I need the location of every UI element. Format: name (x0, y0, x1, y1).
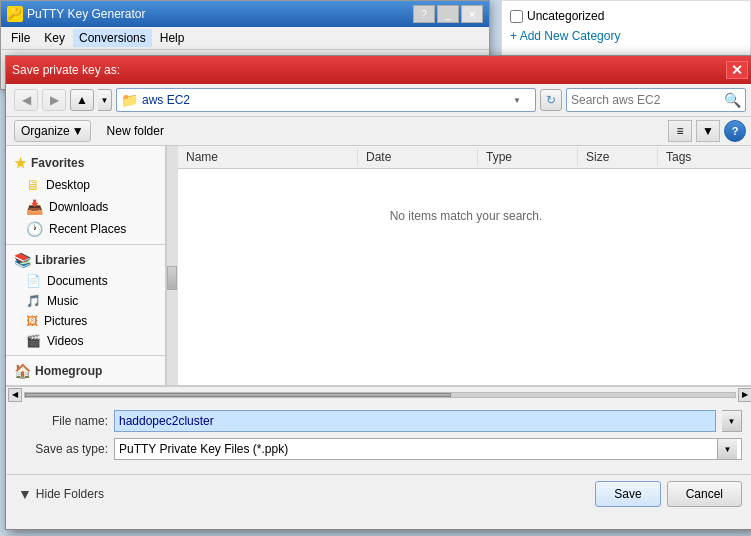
filetype-dropdown-arrow: ▼ (717, 439, 737, 459)
filename-label: File name: (18, 414, 108, 428)
downloads-label: Downloads (49, 200, 108, 214)
refresh-button[interactable]: ↻ (540, 89, 562, 111)
view-dropdown-button[interactable]: ▼ (696, 120, 720, 142)
star-icon: ★ (14, 155, 27, 171)
path-toolbar: ◀ ▶ ▲ ▼ 📁 aws EC2 ▼ ↻ 🔍 (6, 84, 751, 117)
sidebar-item-pictures[interactable]: 🖼 Pictures (6, 311, 165, 331)
filetype-select[interactable]: PuTTY Private Key Files (*.ppk) ▼ (114, 438, 742, 460)
filetype-value: PuTTY Private Key Files (*.ppk) (119, 442, 717, 456)
hscroll-track[interactable] (24, 392, 736, 398)
forward-button[interactable]: ▶ (42, 89, 66, 111)
pictures-label: Pictures (44, 314, 87, 328)
path-text: aws EC2 (142, 93, 509, 107)
sidebar-item-documents[interactable]: 📄 Documents (6, 271, 165, 291)
documents-icon: 📄 (26, 274, 41, 288)
documents-label: Documents (47, 274, 108, 288)
sidebar-divider-1 (6, 244, 165, 245)
no-items-message: No items match your search. (178, 169, 751, 263)
bg-close-button[interactable]: ✕ (461, 5, 483, 23)
filename-input[interactable] (114, 410, 716, 432)
hscroll-left-arrow[interactable]: ◀ (8, 388, 22, 402)
sidebar-item-downloads[interactable]: 📥 Downloads (6, 196, 165, 218)
desktop-folder-icon: 🖥 (26, 177, 40, 193)
view-dropdown-icon: ▼ (702, 124, 714, 138)
homegroup-label: Homegroup (35, 364, 102, 378)
menu-file[interactable]: File (5, 29, 36, 47)
col-date[interactable]: Date (358, 148, 478, 166)
bg-titlebar-buttons: ? _ ✕ (413, 5, 483, 23)
organize-arrow: ▼ (72, 124, 84, 138)
filetype-row: Save as type: PuTTY Private Key Files (*… (18, 438, 742, 460)
col-name[interactable]: Name (178, 148, 358, 166)
music-icon: 🎵 (26, 294, 41, 308)
toolbar2-right: ≡ ▼ ? (668, 120, 746, 142)
search-bar: 🔍 (566, 88, 746, 112)
col-type[interactable]: Type (478, 148, 578, 166)
filename-row: File name: ▼ (18, 410, 742, 432)
path-folder-icon: 📁 (121, 92, 138, 108)
path-dropdown-btn[interactable]: ▼ (513, 96, 531, 105)
sidebar-divider-2 (6, 355, 165, 356)
filename-dropdown-btn[interactable]: ▼ (722, 410, 742, 432)
search-input[interactable] (571, 93, 724, 107)
organize-button[interactable]: Organize ▼ (14, 120, 91, 142)
libraries-section: 📚 Libraries 📄 Documents 🎵 Music 🖼 Pictur… (6, 249, 165, 351)
nav-dropdown[interactable]: ▼ (98, 89, 112, 111)
add-category-link[interactable]: + Add New Category (510, 29, 620, 43)
back-button[interactable]: ◀ (14, 89, 38, 111)
view-button[interactable]: ≡ (668, 120, 692, 142)
sidebar-item-videos[interactable]: 🎬 Videos (6, 331, 165, 351)
desktop-label: Desktop (46, 178, 90, 192)
favorites-label: Favorites (31, 156, 84, 170)
favorites-header[interactable]: ★ Favorites (6, 152, 165, 174)
menu-help[interactable]: Help (154, 29, 191, 47)
up-button[interactable]: ▲ (70, 89, 94, 111)
favorites-section: ★ Favorites 🖥 Desktop 📥 Downloads 🕐 Rece… (6, 152, 165, 240)
bg-menubar: File Key Conversions Help (1, 27, 489, 50)
menu-key[interactable]: Key (38, 29, 71, 47)
new-folder-button[interactable]: New folder (99, 121, 172, 141)
sidebar-item-music[interactable]: 🎵 Music (6, 291, 165, 311)
recent-label: Recent Places (49, 222, 126, 236)
hscroll-bar[interactable]: ◀ ▶ (6, 386, 751, 402)
bg-window-title: 🔑 PuTTY Key Generator (7, 6, 146, 22)
dialog-titlebar: Save private key as: ✕ (6, 56, 751, 84)
bg-help-button[interactable]: ? (413, 5, 435, 23)
videos-label: Videos (47, 334, 83, 348)
homegroup-icon: 🏠 (14, 363, 31, 379)
cancel-button[interactable]: Cancel (667, 481, 742, 507)
col-size[interactable]: Size (578, 148, 658, 166)
hide-icon: ▼ (18, 486, 32, 502)
help-button[interactable]: ? (724, 120, 746, 142)
homegroup-section: 🏠 Homegroup (6, 360, 165, 382)
filetype-label: Save as type: (18, 442, 108, 456)
menu-conversions[interactable]: Conversions (73, 29, 152, 47)
uncategorized-checkbox[interactable] (510, 10, 523, 23)
sidebar-item-desktop[interactable]: 🖥 Desktop (6, 174, 165, 196)
col-tags[interactable]: Tags (658, 148, 751, 166)
view-icon: ≡ (676, 124, 683, 138)
videos-icon: 🎬 (26, 334, 41, 348)
search-icon[interactable]: 🔍 (724, 92, 741, 108)
sidebar-scroll-thumb (167, 266, 177, 290)
file-list: Name Date Type Size Tags No items match … (178, 146, 751, 385)
hscroll-right-arrow[interactable]: ▶ (738, 388, 751, 402)
dialog-close-button[interactable]: ✕ (726, 61, 748, 79)
bg-titlebar: 🔑 PuTTY Key Generator ? _ ✕ (1, 1, 489, 27)
hscroll-thumb (25, 393, 451, 397)
save-button[interactable]: Save (595, 481, 660, 507)
main-area: ★ Favorites 🖥 Desktop 📥 Downloads 🕐 Rece… (6, 146, 751, 386)
bg-minimize-button[interactable]: _ (437, 5, 459, 23)
libraries-header[interactable]: 📚 Libraries (6, 249, 165, 271)
sidebar-scrollbar[interactable] (166, 146, 178, 385)
sidebar: ★ Favorites 🖥 Desktop 📥 Downloads 🕐 Rece… (6, 146, 166, 385)
uncategorized-label: Uncategorized (527, 9, 604, 23)
sidebar-item-recent[interactable]: 🕐 Recent Places (6, 218, 165, 240)
file-list-header: Name Date Type Size Tags (178, 146, 751, 169)
hide-folders-button[interactable]: ▼ Hide Folders (18, 486, 104, 502)
homegroup-header[interactable]: 🏠 Homegroup (6, 360, 165, 382)
putty-icon: 🔑 (7, 6, 23, 22)
buttons-row: ▼ Hide Folders Save Cancel (6, 474, 751, 513)
pictures-icon: 🖼 (26, 314, 38, 328)
dialog-titlebar-buttons: ✕ (726, 61, 748, 79)
